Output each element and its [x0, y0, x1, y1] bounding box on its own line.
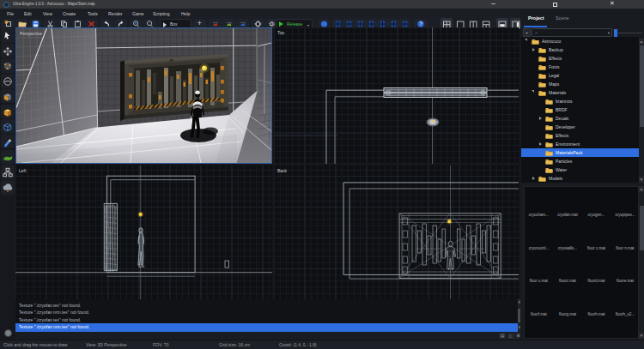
svg-text:Left: Left — [19, 168, 27, 173]
svg-text:Top: Top — [277, 30, 284, 35]
svg-text:Perspective: Perspective — [20, 31, 42, 36]
svg-text:Back: Back — [277, 168, 288, 173]
svg-text:?: ? — [419, 21, 422, 27]
